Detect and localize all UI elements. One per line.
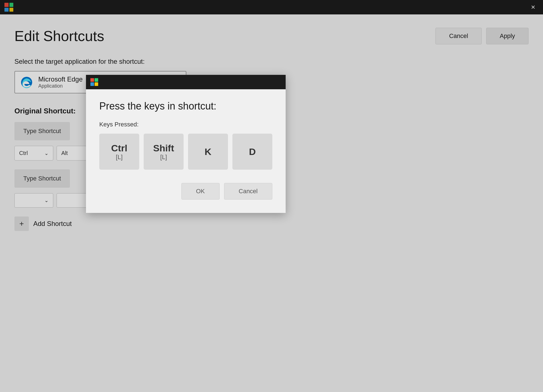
- modal-body: Press the keys in shortcut: Keys Pressed…: [86, 89, 286, 213]
- keys-grid: Ctrl [L] Shift [L] K D: [99, 134, 272, 170]
- modal-title-bar: [86, 75, 286, 89]
- key-tile-shift: Shift [L]: [144, 134, 184, 170]
- shortcut-modal: Press the keys in shortcut: Keys Pressed…: [86, 75, 286, 213]
- modal-footer: OK Cancel: [99, 183, 272, 202]
- modal-app-icon: [90, 78, 98, 86]
- modal-cancel-button[interactable]: Cancel: [224, 183, 272, 200]
- modal-ok-button[interactable]: OK: [181, 183, 220, 200]
- key-tile-ctrl: Ctrl [L]: [99, 134, 139, 170]
- keys-pressed-label: Keys Pressed:: [99, 121, 272, 128]
- key-tile-d: D: [232, 134, 272, 170]
- key-tile-k: K: [188, 134, 228, 170]
- modal-heading: Press the keys in shortcut:: [99, 100, 272, 112]
